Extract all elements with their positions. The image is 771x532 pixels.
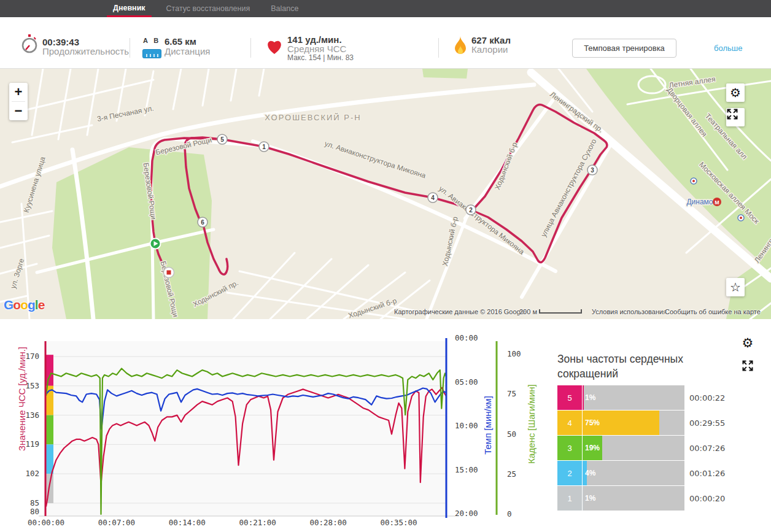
hr-zone-band	[46, 355, 53, 386]
hr-axis-label: Значение ЧСС [уд./мин.]	[17, 325, 28, 472]
zone-percent: 75%	[585, 418, 600, 427]
distance-value: 6.65 км	[165, 36, 196, 47]
metro-dot-center	[740, 217, 742, 219]
zone-time: 00:07:26	[689, 444, 725, 453]
avg-hr-label: Средняя ЧСС	[287, 44, 346, 54]
tab-recovery-status[interactable]: Статус восстановления	[160, 0, 257, 17]
google-logo-letter: o	[20, 298, 28, 312]
km-marker-number: 5	[220, 136, 224, 143]
map-canvas: 3-я Песчаная ул.Куусинена улицаул. Зорге…	[0, 69, 771, 319]
km-marker-number: 1	[262, 144, 266, 150]
metro-station-label: Динамо	[686, 198, 713, 206]
more-link[interactable]: больше	[714, 44, 742, 53]
pace-axis-label: Темп [мин/км]	[482, 352, 494, 499]
stop-icon	[167, 271, 171, 275]
route-ab-labels: A B	[143, 37, 158, 44]
zone-time: 00:29:55	[689, 418, 725, 428]
sport-type-button[interactable]: Темповая тренировка	[572, 39, 676, 58]
zone-bar[interactable]: 19%	[583, 436, 684, 460]
pace-tick-label: 05:00	[455, 377, 478, 387]
flame-icon	[454, 36, 467, 56]
gear-icon: ⚙	[730, 85, 741, 100]
training-curves-section: 170153136119102858000:0005:0010:0015:002…	[0, 331, 771, 532]
cadence-tick-label: 50	[507, 430, 516, 439]
plot-area	[46, 341, 446, 516]
map-scale-label: 200 м	[519, 308, 537, 315]
zone-percent: 1%	[585, 393, 595, 402]
time-tick-label: 00:21:00	[239, 518, 276, 527]
metro-dot-center	[692, 180, 695, 182]
hr-tick-label: 80	[30, 507, 39, 516]
hr-minmax: Макс. 154 | Мин. 83	[287, 53, 354, 62]
training-chart[interactable]: 170153136119102858000:0005:0010:0015:002…	[0, 331, 540, 532]
map-scale-bar	[539, 309, 582, 314]
tab-diary[interactable]: Дневник	[107, 0, 152, 17]
district-label: ХОРОШЕВСКИЙ Р-Н	[265, 113, 361, 122]
cadence-tick-label: 75	[507, 389, 516, 398]
time-tick-label: 00:28:00	[310, 518, 347, 527]
zone-bar[interactable]: 4%	[583, 461, 684, 485]
zoom-out-button[interactable]: −	[9, 102, 28, 120]
fullscreen-icon	[742, 360, 754, 372]
terms-link[interactable]: Условия использования	[592, 308, 667, 315]
chart-fullscreen-button[interactable]	[738, 357, 757, 375]
hr-zone-row: 24%00:01:26	[557, 461, 725, 485]
km-marker-number: 2	[469, 207, 473, 214]
route-map[interactable]: 3-я Песчаная ул.Куусинена улицаул. Зорге…	[0, 69, 771, 319]
google-logo-letter: e	[38, 298, 45, 312]
stats-divider	[250, 38, 251, 58]
hr-zone-row: 51%00:00:22	[557, 385, 725, 410]
zone-time: 00:00:20	[689, 494, 725, 503]
stopwatch-icon	[21, 33, 38, 56]
hr-zones-title: Зоны частоты сердечных сокращений	[557, 352, 705, 381]
zone-bar[interactable]: 75%	[583, 411, 684, 435]
map-zoom-control: + −	[9, 83, 28, 120]
tab-balance[interactable]: Balance	[265, 0, 304, 17]
google-logo[interactable]: Google	[4, 298, 44, 312]
ruler-icon	[142, 49, 161, 58]
report-error-link[interactable]: Сообщить об ошибке на карте	[665, 308, 761, 315]
pace-tick-label: 15:00	[455, 465, 478, 474]
km-marker-number: 6	[201, 219, 204, 226]
cadence-tick-label: 25	[507, 469, 516, 479]
cadence-tick-label: 100	[507, 349, 521, 358]
time-tick-label: 00:00:00	[28, 518, 64, 527]
pace-tick-label: 00:00	[455, 333, 478, 342]
map-settings-button[interactable]: ⚙	[726, 83, 745, 102]
fullscreen-icon	[726, 108, 738, 120]
hr-tick-label: 85	[30, 498, 39, 507]
map-attribution: Картографические данные © 2016 Google	[394, 308, 525, 315]
time-tick-label: 00:14:00	[169, 518, 206, 527]
stats-divider	[438, 38, 439, 58]
zone-percent: 1%	[585, 494, 595, 503]
zone-percent: 4%	[585, 469, 595, 477]
time-tick-label: 00:35:00	[380, 518, 417, 527]
map-favorite-button[interactable]: ☆	[726, 278, 745, 296]
top-tab-bar: Дневник Статус восстановления Balance	[0, 0, 771, 17]
stats-divider	[130, 38, 130, 58]
heart-icon	[265, 38, 284, 55]
pace-tick-label: 10:00	[455, 421, 478, 430]
calories-label: Калории	[471, 44, 508, 55]
pace-tick-label: 20:00	[455, 509, 478, 518]
zone-number-badge: 3	[557, 436, 582, 460]
google-logo-letter: o	[13, 298, 20, 312]
gear-icon: ⚙	[742, 336, 754, 350]
google-logo-letter: g	[28, 298, 35, 312]
zoom-in-button[interactable]: +	[9, 83, 28, 101]
zone-bar[interactable]: 1%	[583, 486, 684, 511]
duration-label: Продолжительность	[42, 46, 129, 56]
zone-bar[interactable]: 1%	[583, 385, 684, 410]
map-fullscreen-button[interactable]	[726, 108, 745, 126]
zone-percent: 19%	[585, 444, 600, 452]
chart-settings-button[interactable]: ⚙	[738, 334, 757, 352]
hr-zone-row: 11%00:00:20	[557, 486, 725, 511]
distance-label: Дистанция	[165, 46, 210, 56]
zone-number-badge: 4	[557, 411, 582, 435]
zone-number-badge: 5	[557, 385, 582, 410]
zone-time: 00:01:26	[689, 469, 725, 478]
hr-zones-list: 51%00:00:22475%00:29:55319%00:07:2624%00…	[557, 385, 725, 511]
zone-number-badge: 2	[557, 461, 582, 485]
km-marker-number: 3	[591, 167, 594, 174]
activity-stats-bar: 00:39:43 Продолжительность A B 6.65 км Д…	[0, 17, 771, 69]
